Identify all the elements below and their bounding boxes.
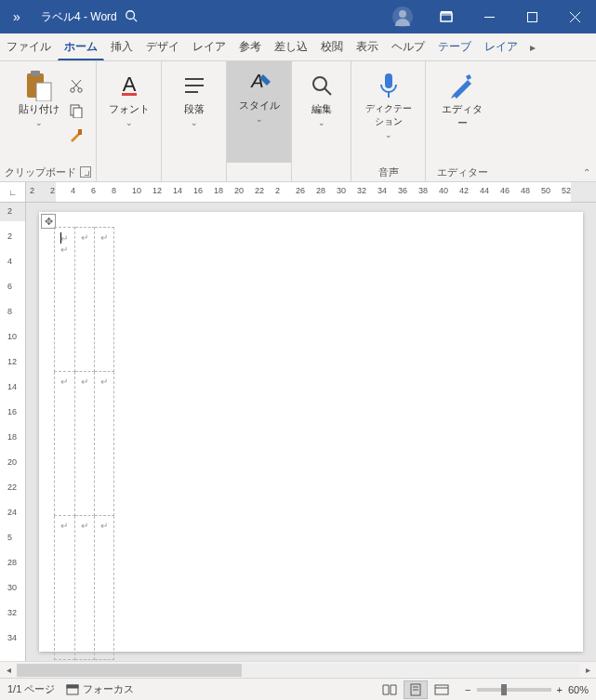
tab-table-design[interactable]: テーブ xyxy=(431,33,478,60)
page-indicator[interactable]: 1/1 ページ xyxy=(7,682,55,696)
cut-icon[interactable] xyxy=(69,79,84,98)
styles-button[interactable]: A スタイル ⌄ xyxy=(227,61,291,163)
zoom-slider-thumb[interactable] xyxy=(501,684,507,695)
ruler-number: 5 xyxy=(7,533,12,542)
zoom-slider[interactable] xyxy=(477,688,551,692)
tab-design[interactable]: デザイ xyxy=(139,33,186,60)
ruler-number: 48 xyxy=(521,186,530,195)
paste-icon xyxy=(25,69,53,102)
font-button[interactable]: A フォント ⌄ xyxy=(103,65,155,159)
horizontal-scrollbar[interactable]: ◂ ▸ xyxy=(0,661,596,678)
editing-button[interactable]: 編集 ⌄ xyxy=(299,65,344,159)
paste-button[interactable]: 貼り付け ⌄ xyxy=(13,65,65,159)
horizontal-ruler[interactable]: ∟ 22468101214161820222262830323436384042… xyxy=(0,182,596,203)
ruler-number: 42 xyxy=(459,186,469,195)
search-icon[interactable] xyxy=(117,9,145,25)
maximize-button[interactable] xyxy=(510,0,553,33)
group-paragraph: 段落 ⌄ xyxy=(162,61,227,181)
ruler-number: 4 xyxy=(71,186,75,195)
web-layout-icon[interactable] xyxy=(430,680,454,699)
svg-point-0 xyxy=(126,10,135,19)
group-clipboard: 貼り付け ⌄ クリップボード xyxy=(0,61,97,181)
ruler-number: 2 xyxy=(7,231,12,241)
table-cell[interactable] xyxy=(95,228,114,372)
ribbon: 貼り付け ⌄ クリップボード A フォント ⌄ 段落 xyxy=(0,61,596,182)
print-layout-icon[interactable] xyxy=(404,680,428,699)
ruler-number: 32 xyxy=(357,186,366,195)
table-cell[interactable] xyxy=(95,372,114,516)
collapse-ribbon-icon[interactable]: ⌃ xyxy=(583,167,590,178)
close-button[interactable] xyxy=(553,0,596,33)
ruler-number: 28 xyxy=(316,186,325,195)
zoom-out-button[interactable]: − xyxy=(465,684,470,695)
dictation-button[interactable]: ディクテーション ⌄ xyxy=(357,65,419,159)
tab-mailings[interactable]: 差し込 xyxy=(268,33,314,60)
ruler-number: 16 xyxy=(193,186,203,195)
svg-point-15 xyxy=(70,87,73,91)
tab-file[interactable]: ファイル xyxy=(0,33,58,60)
svg-rect-33 xyxy=(67,685,78,688)
svg-rect-37 xyxy=(435,685,448,694)
read-mode-icon[interactable] xyxy=(377,680,402,699)
quick-access-overflow-icon[interactable]: » xyxy=(0,9,33,24)
scroll-left-icon[interactable]: ◂ xyxy=(0,665,17,675)
tab-selector-icon[interactable]: ∟ xyxy=(0,182,26,202)
svg-rect-21 xyxy=(78,129,82,135)
ruler-number: 50 xyxy=(541,186,550,195)
tab-view[interactable]: 表示 xyxy=(350,33,385,60)
svg-rect-13 xyxy=(31,71,40,76)
zoom-level[interactable]: 60% xyxy=(568,684,589,695)
ruler-number: 32 xyxy=(7,608,17,617)
ruler-number: 6 xyxy=(91,186,96,195)
format-painter-icon[interactable] xyxy=(69,127,84,146)
minimize-button[interactable] xyxy=(468,0,510,33)
document-area[interactable]: ✥ xyxy=(26,203,596,661)
ribbon-display-options-icon[interactable] xyxy=(425,0,468,33)
label-table[interactable] xyxy=(54,227,114,660)
ruler-number: 20 xyxy=(234,186,244,195)
tab-overflow-icon[interactable]: ▸ xyxy=(524,33,541,60)
editor-button[interactable]: エディター xyxy=(431,65,493,159)
zoom-in-button[interactable]: + xyxy=(557,684,563,695)
group-font: A フォント ⌄ xyxy=(97,61,162,181)
group-editor: エディター エディター xyxy=(426,61,498,181)
table-cell[interactable] xyxy=(55,228,75,372)
svg-line-1 xyxy=(133,18,137,21)
table-cell[interactable] xyxy=(74,516,95,660)
tab-help[interactable]: ヘルプ xyxy=(385,33,431,60)
table-cell[interactable] xyxy=(74,372,95,516)
font-icon: A xyxy=(116,69,142,102)
ruler-number: 26 xyxy=(296,186,305,195)
ruler-number: 34 xyxy=(7,633,17,642)
vertical-ruler[interactable]: 224681012141618202224528303234 xyxy=(0,203,26,661)
tab-home[interactable]: ホーム xyxy=(58,33,104,60)
account-icon[interactable] xyxy=(380,6,425,28)
ruler-number: 52 xyxy=(562,186,571,195)
ruler-number: 20 xyxy=(7,457,17,467)
scroll-right-icon[interactable]: ▸ xyxy=(579,665,596,675)
focus-mode-button[interactable]: フォーカス xyxy=(66,682,134,696)
table-cell[interactable] xyxy=(95,516,114,660)
ruler-number: 18 xyxy=(214,186,223,195)
editing-label: 編集 xyxy=(311,102,332,116)
table-cell[interactable] xyxy=(55,516,75,660)
tab-table-layout[interactable]: レイア xyxy=(478,33,524,60)
scrollbar-track[interactable] xyxy=(17,664,579,677)
paragraph-button[interactable]: 段落 ⌄ xyxy=(172,65,217,159)
status-bar: 1/1 ページ フォーカス − + 60% xyxy=(0,678,596,700)
scrollbar-thumb[interactable] xyxy=(17,664,242,677)
focus-label: フォーカス xyxy=(83,682,134,696)
ribbon-tabs: ファイル ホーム 挿入 デザイ レイア 参考 差し込 校閲 表示 ヘルプ テーブ… xyxy=(0,33,596,61)
copy-icon[interactable] xyxy=(69,103,84,122)
tab-review[interactable]: 校閲 xyxy=(314,33,350,60)
tab-insert[interactable]: 挿入 xyxy=(104,33,139,60)
ruler-number: 6 xyxy=(7,282,12,291)
table-cell[interactable] xyxy=(55,372,75,516)
ruler-number: 2 xyxy=(30,186,34,195)
tab-references[interactable]: 参考 xyxy=(232,33,268,60)
dialog-launcher-icon[interactable] xyxy=(80,166,91,178)
table-cell[interactable] xyxy=(74,228,95,372)
tab-layout[interactable]: レイア xyxy=(186,33,232,60)
table-row xyxy=(55,228,114,372)
ruler-number: 2 xyxy=(50,186,55,195)
